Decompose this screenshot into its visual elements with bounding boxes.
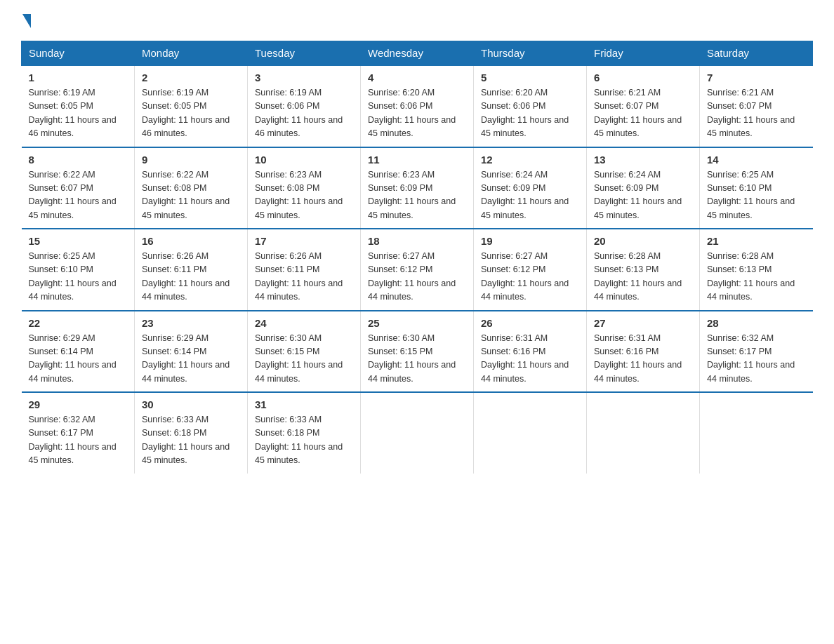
day-info: Sunrise: 6:28 AMSunset: 6:13 PMDaylight:… [594,250,692,304]
day-info: Sunrise: 6:23 AMSunset: 6:08 PMDaylight:… [255,168,353,223]
calendar-cell: 21Sunrise: 6:28 AMSunset: 6:13 PMDayligh… [700,229,813,311]
day-number: 20 [594,235,692,247]
calendar-cell: 4Sunrise: 6:20 AMSunset: 6:06 PMDaylight… [361,65,474,147]
day-number: 30 [142,398,240,410]
day-number: 8 [29,154,128,166]
calendar-cell: 19Sunrise: 6:27 AMSunset: 6:12 PMDayligh… [474,229,587,311]
day-info: Sunrise: 6:27 AMSunset: 6:12 PMDaylight:… [481,250,579,304]
day-info: Sunrise: 6:32 AMSunset: 6:17 PMDaylight:… [707,332,806,387]
calendar-cell: 25Sunrise: 6:30 AMSunset: 6:15 PMDayligh… [361,311,474,393]
day-info: Sunrise: 6:32 AMSunset: 6:17 PMDaylight:… [29,413,128,468]
day-info: Sunrise: 6:19 AMSunset: 6:05 PMDaylight:… [142,86,240,141]
day-info: Sunrise: 6:31 AMSunset: 6:16 PMDaylight:… [481,332,579,387]
day-number: 29 [29,398,128,410]
day-number: 28 [707,317,806,329]
col-header-saturday: Saturday [700,41,813,66]
day-number: 18 [368,235,466,247]
calendar-week-row: 22Sunrise: 6:29 AMSunset: 6:14 PMDayligh… [22,311,813,393]
day-number: 1 [29,72,128,83]
calendar-cell: 27Sunrise: 6:31 AMSunset: 6:16 PMDayligh… [587,311,700,393]
calendar-cell: 10Sunrise: 6:23 AMSunset: 6:08 PMDayligh… [248,147,361,229]
calendar-cell: 2Sunrise: 6:19 AMSunset: 6:05 PMDaylight… [135,65,248,147]
day-info: Sunrise: 6:26 AMSunset: 6:11 PMDaylight:… [142,250,240,304]
col-header-friday: Friday [587,41,700,66]
day-info: Sunrise: 6:25 AMSunset: 6:10 PMDaylight:… [707,168,806,223]
day-number: 27 [594,317,692,329]
calendar-cell [587,392,700,474]
calendar-week-row: 29Sunrise: 6:32 AMSunset: 6:17 PMDayligh… [22,392,813,474]
calendar-cell: 6Sunrise: 6:21 AMSunset: 6:07 PMDaylight… [587,65,700,147]
day-number: 19 [481,235,579,247]
page-header [21,14,813,28]
day-info: Sunrise: 6:21 AMSunset: 6:07 PMDaylight:… [594,86,692,141]
day-info: Sunrise: 6:31 AMSunset: 6:16 PMDaylight:… [594,332,692,387]
calendar-cell [361,392,474,474]
calendar-cell [700,392,813,474]
calendar-week-row: 1Sunrise: 6:19 AMSunset: 6:05 PMDaylight… [22,65,813,147]
calendar-cell: 5Sunrise: 6:20 AMSunset: 6:06 PMDaylight… [474,65,587,147]
calendar-cell: 22Sunrise: 6:29 AMSunset: 6:14 PMDayligh… [22,311,135,393]
day-number: 3 [255,72,353,83]
calendar-cell: 13Sunrise: 6:24 AMSunset: 6:09 PMDayligh… [587,147,700,229]
calendar-cell: 15Sunrise: 6:25 AMSunset: 6:10 PMDayligh… [22,229,135,311]
calendar-cell: 31Sunrise: 6:33 AMSunset: 6:18 PMDayligh… [248,392,361,474]
day-info: Sunrise: 6:22 AMSunset: 6:07 PMDaylight:… [29,168,128,223]
col-header-sunday: Sunday [22,41,135,66]
day-number: 10 [255,154,353,166]
day-number: 26 [481,317,579,329]
day-info: Sunrise: 6:20 AMSunset: 6:06 PMDaylight:… [368,86,466,141]
col-header-tuesday: Tuesday [248,41,361,66]
calendar-week-row: 15Sunrise: 6:25 AMSunset: 6:10 PMDayligh… [22,229,813,311]
day-number: 23 [142,317,240,329]
day-info: Sunrise: 6:24 AMSunset: 6:09 PMDaylight:… [594,168,692,223]
calendar-cell: 16Sunrise: 6:26 AMSunset: 6:11 PMDayligh… [135,229,248,311]
day-number: 21 [707,235,806,247]
calendar-cell: 18Sunrise: 6:27 AMSunset: 6:12 PMDayligh… [361,229,474,311]
day-info: Sunrise: 6:33 AMSunset: 6:18 PMDaylight:… [255,413,353,468]
day-number: 2 [142,72,240,83]
calendar-header-row: SundayMondayTuesdayWednesdayThursdayFrid… [22,41,813,66]
day-info: Sunrise: 6:29 AMSunset: 6:14 PMDaylight:… [29,332,128,387]
day-number: 4 [368,72,466,83]
day-number: 6 [594,72,692,83]
calendar-cell: 30Sunrise: 6:33 AMSunset: 6:18 PMDayligh… [135,392,248,474]
day-info: Sunrise: 6:30 AMSunset: 6:15 PMDaylight:… [255,332,353,387]
day-number: 12 [481,154,579,166]
calendar-cell: 17Sunrise: 6:26 AMSunset: 6:11 PMDayligh… [248,229,361,311]
calendar-cell: 23Sunrise: 6:29 AMSunset: 6:14 PMDayligh… [135,311,248,393]
day-number: 13 [594,154,692,166]
day-info: Sunrise: 6:20 AMSunset: 6:06 PMDaylight:… [481,86,579,141]
calendar-cell: 9Sunrise: 6:22 AMSunset: 6:08 PMDaylight… [135,147,248,229]
day-number: 9 [142,154,240,166]
calendar-cell: 14Sunrise: 6:25 AMSunset: 6:10 PMDayligh… [700,147,813,229]
day-info: Sunrise: 6:33 AMSunset: 6:18 PMDaylight:… [142,413,240,468]
day-number: 17 [255,235,353,247]
calendar-week-row: 8Sunrise: 6:22 AMSunset: 6:07 PMDaylight… [22,147,813,229]
day-number: 5 [481,72,579,83]
calendar-cell: 24Sunrise: 6:30 AMSunset: 6:15 PMDayligh… [248,311,361,393]
col-header-thursday: Thursday [474,41,587,66]
day-info: Sunrise: 6:22 AMSunset: 6:08 PMDaylight:… [142,168,240,223]
day-number: 22 [29,317,128,329]
calendar-cell: 7Sunrise: 6:21 AMSunset: 6:07 PMDaylight… [700,65,813,147]
day-info: Sunrise: 6:19 AMSunset: 6:05 PMDaylight:… [29,86,128,141]
day-info: Sunrise: 6:26 AMSunset: 6:11 PMDaylight:… [255,250,353,304]
calendar-cell: 8Sunrise: 6:22 AMSunset: 6:07 PMDaylight… [22,147,135,229]
day-number: 16 [142,235,240,247]
day-number: 7 [707,72,806,83]
day-number: 25 [368,317,466,329]
day-info: Sunrise: 6:27 AMSunset: 6:12 PMDaylight:… [368,250,466,304]
calendar-cell: 29Sunrise: 6:32 AMSunset: 6:17 PMDayligh… [22,392,135,474]
day-number: 31 [255,398,353,410]
calendar-cell: 1Sunrise: 6:19 AMSunset: 6:05 PMDaylight… [22,65,135,147]
day-info: Sunrise: 6:30 AMSunset: 6:15 PMDaylight:… [368,332,466,387]
calendar-cell: 3Sunrise: 6:19 AMSunset: 6:06 PMDaylight… [248,65,361,147]
day-info: Sunrise: 6:24 AMSunset: 6:09 PMDaylight:… [481,168,579,223]
day-info: Sunrise: 6:28 AMSunset: 6:13 PMDaylight:… [707,250,806,304]
calendar-cell: 20Sunrise: 6:28 AMSunset: 6:13 PMDayligh… [587,229,700,311]
day-number: 15 [29,235,128,247]
calendar-cell: 26Sunrise: 6:31 AMSunset: 6:16 PMDayligh… [474,311,587,393]
logo [21,14,32,28]
day-info: Sunrise: 6:21 AMSunset: 6:07 PMDaylight:… [707,86,806,141]
day-number: 11 [368,154,466,166]
